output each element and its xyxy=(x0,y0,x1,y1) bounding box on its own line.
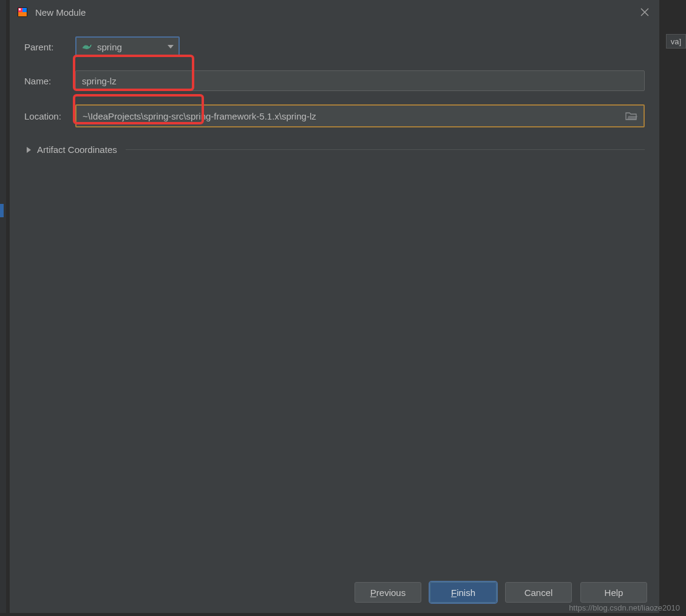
cancel-button[interactable]: Cancel xyxy=(505,582,572,603)
parent-dropdown[interactable]: spring xyxy=(75,36,180,57)
parent-label: Parent: xyxy=(24,42,75,52)
new-module-dialog: New Module Parent: spring xyxy=(10,0,659,613)
divider xyxy=(126,149,645,150)
close-button[interactable] xyxy=(637,5,652,19)
parent-row: Parent: spring xyxy=(24,36,645,57)
artifact-coordinates-expander[interactable]: Artifact Coordinates xyxy=(24,144,645,155)
background-tab-fragment: va] xyxy=(666,34,686,49)
previous-button[interactable]: Previous xyxy=(355,582,421,603)
dialog-title: New Module xyxy=(35,7,86,18)
name-row: Name: xyxy=(24,70,645,91)
dialog-content: Parent: spring Name: Location: ~\IdeaPro… xyxy=(10,24,659,572)
svg-point-4 xyxy=(89,45,90,46)
chevron-down-icon xyxy=(168,45,174,49)
background-editor-area xyxy=(659,0,686,616)
name-input[interactable] xyxy=(75,70,645,91)
chevron-right-icon xyxy=(27,147,31,153)
artifact-coordinates-label: Artifact Coordinates xyxy=(37,144,117,155)
parent-dropdown-value: spring xyxy=(97,42,168,52)
folder-open-icon xyxy=(625,111,637,121)
finish-button[interactable]: Finish xyxy=(430,582,497,603)
background-left-sliver xyxy=(0,0,6,613)
close-icon xyxy=(640,8,649,16)
background-selection-accent xyxy=(0,204,4,217)
location-value: ~\IdeaProjects\spring-src\spring-framewo… xyxy=(83,111,625,121)
location-label: Location: xyxy=(24,111,75,121)
intellij-icon xyxy=(17,7,28,18)
gradle-icon xyxy=(81,42,92,51)
dialog-titlebar: New Module xyxy=(10,0,659,24)
dialog-button-bar: Previous Finish Cancel Help xyxy=(10,572,659,613)
help-button[interactable]: Help xyxy=(580,582,647,603)
location-row: Location: ~\IdeaProjects\spring-src\spri… xyxy=(24,104,645,127)
svg-rect-1 xyxy=(19,8,21,10)
location-field[interactable]: ~\IdeaProjects\spring-src\spring-framewo… xyxy=(75,104,645,127)
browse-folder-button[interactable] xyxy=(625,111,637,121)
watermark-text: https://blog.csdn.net/liaoze2010 xyxy=(569,603,680,612)
name-label: Name: xyxy=(24,76,75,86)
